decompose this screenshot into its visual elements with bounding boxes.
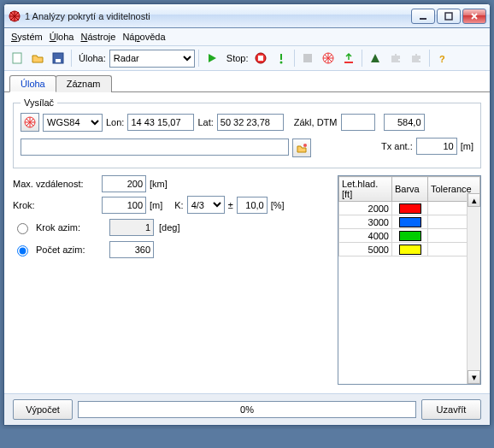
table-row[interactable]: 4000 [339, 229, 480, 243]
pick-crs-icon[interactable] [21, 113, 39, 132]
alert-icon[interactable] [272, 49, 291, 68]
crs-select[interactable]: WGS84 [43, 114, 103, 132]
lon-label: Lon: [106, 117, 124, 127]
transmitter-group: Vysílač WGS84 Lon: Lat: Zákl, DTM Tx ant… [13, 97, 481, 168]
minimize-button[interactable] [411, 9, 435, 24]
cell-alt[interactable]: 5000 [339, 243, 392, 256]
txant-input[interactable] [416, 138, 457, 155]
k-select[interactable]: 4/3 [187, 196, 225, 214]
krok-label: Krok: [13, 200, 98, 210]
levels-grid[interactable]: Let.hlad. [ft] Barva Tolerance 200030004… [338, 175, 481, 385]
menu-bar: Systém Úloha Nástroje Nápověda [4, 28, 490, 46]
tol-unit: [%] [271, 200, 285, 210]
krok-azim-radio[interactable] [17, 223, 28, 234]
txant-unit: [m] [461, 141, 473, 151]
menu-napoveda[interactable]: Nápověda [122, 32, 165, 42]
path-input[interactable] [21, 139, 289, 156]
puzzle1-icon[interactable] [386, 49, 405, 68]
krok-unit: [m] [150, 200, 162, 210]
compute-button[interactable]: Výpočet [13, 399, 73, 420]
progress-bar: 0% [78, 401, 416, 418]
svg-rect-3 [13, 53, 21, 63]
cell-alt[interactable]: 4000 [339, 229, 392, 243]
scroll-down-icon[interactable]: ▾ [468, 370, 480, 384]
svg-rect-9 [303, 54, 312, 62]
layer-icon[interactable] [298, 49, 317, 68]
compass-icon[interactable] [319, 49, 338, 68]
app-icon [8, 9, 21, 23]
col-color[interactable]: Barva [392, 177, 428, 202]
deg-unit: [deg] [159, 222, 179, 233]
table-row[interactable]: 5000 [339, 243, 480, 256]
grid-scrollbar[interactable]: ▴ ▾ [467, 193, 480, 384]
close-dialog-button[interactable]: Uzavřít [421, 399, 481, 420]
elev-input[interactable] [384, 114, 425, 131]
k-label: K: [174, 200, 183, 210]
pocet-azim-label: Počet azim: [36, 245, 104, 255]
zakl-label: Zákl, DTM [294, 117, 338, 127]
table-row[interactable]: 3000 [339, 215, 480, 229]
svg-text:?: ? [439, 54, 445, 64]
open-icon[interactable] [28, 49, 47, 68]
lon-input[interactable] [127, 114, 194, 131]
svg-point-13 [303, 144, 307, 147]
lat-label: Lat: [197, 117, 213, 127]
cell-color[interactable] [392, 202, 428, 215]
toolbar-uloha-select[interactable]: Radar [109, 50, 195, 68]
tol-input[interactable] [237, 197, 268, 214]
menu-system[interactable]: Systém [11, 32, 43, 42]
pocet-azim-input[interactable] [109, 241, 154, 258]
tree-icon[interactable] [366, 49, 385, 68]
maximize-button[interactable] [437, 9, 461, 24]
title-bar: 1 Analýzy pokrytí a viditelnosti [4, 4, 490, 28]
puzzle2-icon[interactable] [407, 49, 426, 68]
toolbar-uloha-label: Úloha: [79, 53, 106, 63]
run-icon[interactable] [203, 49, 221, 68]
transmitter-legend: Vysílač [21, 97, 57, 108]
scroll-up-icon[interactable]: ▴ [468, 193, 480, 207]
cell-alt[interactable]: 2000 [339, 202, 392, 215]
col-alt[interactable]: Let.hlad. [ft] [339, 177, 392, 202]
window-title: 1 Analýzy pokrytí a viditelnosti [25, 11, 409, 21]
maxdist-input[interactable] [102, 175, 146, 192]
toolbar-stop-label: Stop: [226, 53, 249, 63]
lat-input[interactable] [217, 114, 284, 131]
table-row[interactable]: 2000 [339, 202, 480, 215]
svg-point-8 [280, 62, 283, 64]
menu-nastroje[interactable]: Nástroje [80, 32, 115, 42]
svg-rect-7 [258, 56, 263, 61]
tab-zaznam[interactable]: Záznam [56, 75, 112, 92]
stop-icon[interactable] [251, 49, 270, 68]
tab-uloha[interactable]: Úloha [9, 75, 56, 92]
export-icon[interactable] [339, 49, 358, 68]
browse-icon[interactable] [292, 139, 311, 157]
cell-color[interactable] [392, 215, 428, 229]
close-button[interactable] [462, 9, 486, 24]
zakl-input[interactable] [341, 114, 375, 131]
svg-rect-1 [420, 18, 426, 20]
toolbar: Úloha: Radar Stop: ? [4, 46, 490, 71]
maxdist-unit: [km] [150, 179, 168, 189]
svg-rect-2 [445, 13, 452, 20]
svg-rect-5 [56, 59, 61, 62]
krok-input[interactable] [102, 197, 146, 214]
krok-azim-label: Krok azim: [36, 222, 104, 233]
pocet-azim-radio[interactable] [17, 245, 28, 256]
txant-label: Tx ant.: [381, 141, 413, 151]
krok-azim-input [109, 219, 154, 236]
menu-uloha[interactable]: Úloha [50, 32, 74, 42]
cell-alt[interactable]: 3000 [339, 215, 392, 229]
maxdist-label: Max. vzdálenost: [13, 179, 98, 189]
tab-row: Úloha Záznam [4, 71, 490, 92]
cell-color[interactable] [392, 243, 428, 256]
plusminus: ± [228, 200, 233, 210]
bottom-bar: Výpočet 0% Uzavřít [4, 393, 490, 425]
help-icon[interactable]: ? [433, 49, 452, 68]
save-icon[interactable] [49, 49, 68, 68]
new-icon[interactable] [8, 49, 26, 68]
cell-color[interactable] [392, 229, 428, 243]
